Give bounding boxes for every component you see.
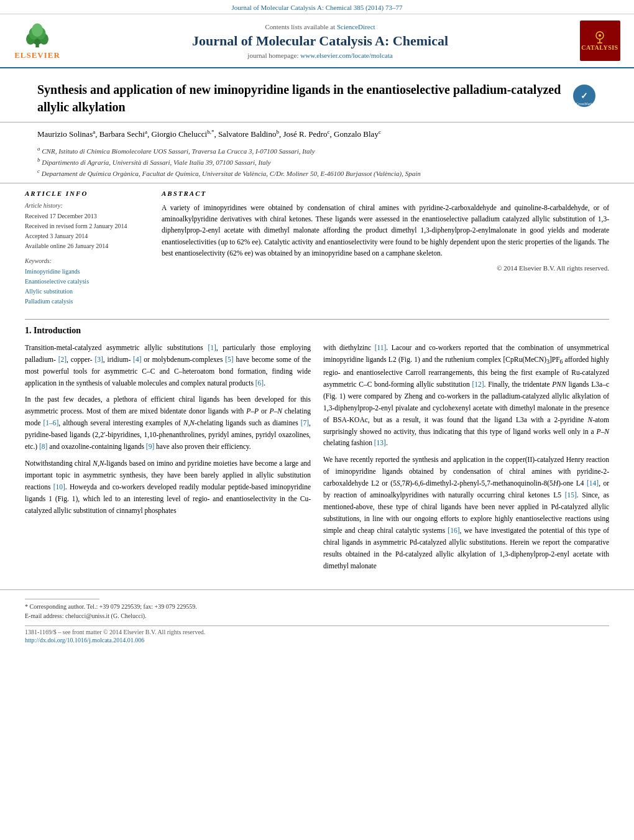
affiliation-c: c Departament de Química Orgànica, Facul… — [37, 167, 597, 178]
sciencedirect-link[interactable]: ScienceDirect — [337, 23, 375, 30]
article-title-row: Synthesis and application of new iminopy… — [37, 81, 597, 116]
elsevier-logo: ELSEVIER — [12, 21, 62, 60]
footnote-corresponding: * Corresponding author. Tel.: +39 079 22… — [25, 602, 609, 611]
elsevier-logo-container: ELSEVIER — [12, 21, 62, 60]
footer-issn: 1381-1169/$ – see front matter © 2014 El… — [25, 629, 609, 635]
body-right-col: with diethylzinc [11]. Lacour and co-wor… — [323, 342, 609, 578]
abstract-title: ABSTRACT — [162, 190, 609, 197]
journal-title: Journal of Molecular Catalysis A: Chemic… — [68, 33, 572, 49]
catalysis-icon — [591, 30, 609, 44]
homepage-url[interactable]: www.elsevier.com/locate/molcata — [300, 52, 392, 59]
header: ELSEVIER Contents lists available at Sci… — [0, 14, 634, 68]
catalysis-wordmark: CATALYSIS — [581, 44, 618, 51]
footnote-divider — [25, 599, 99, 599]
page-footer: * Corresponding author. Tel.: +39 079 22… — [0, 589, 634, 647]
article-history-subtitle: Article history: — [25, 202, 149, 209]
intro-title: 1. Introduction — [25, 326, 609, 336]
crossmark-badge[interactable]: ✓ CrossMark — [572, 83, 597, 108]
keywords-list: Iminopyridine ligands Enantioselective c… — [25, 267, 149, 307]
footer-doi[interactable]: http://dx.doi.org/10.1016/j.molcata.2014… — [25, 637, 609, 644]
footnote-email: E-mail address: chelucci@uniss.it (G. Ch… — [25, 611, 609, 621]
article-info-abstract-section: ARTICLE INFO Article history: Received 1… — [0, 183, 634, 313]
intro-para-1: Transition-metal-catalyzed asymmetric al… — [25, 342, 311, 389]
homepage-line: journal homepage: www.elsevier.com/locat… — [68, 52, 572, 59]
body-left-col: Transition-metal-catalyzed asymmetric al… — [25, 342, 311, 578]
keywords-title: Keywords: — [25, 257, 149, 264]
section-divider — [25, 319, 609, 320]
crossmark-icon: ✓ CrossMark — [572, 83, 597, 108]
abstract-text: A variety of iminopyridines were obtaine… — [162, 202, 609, 259]
contents-line: Contents lists available at ScienceDirec… — [68, 23, 572, 30]
svg-text:CrossMark: CrossMark — [576, 102, 593, 106]
article-dates: Received 17 December 2013 Received in re… — [25, 211, 149, 251]
svg-point-6 — [32, 24, 43, 37]
article-title: Synthesis and application of new iminopy… — [37, 81, 566, 116]
header-center: Contents lists available at ScienceDirec… — [68, 23, 572, 59]
authors-line: Maurizio Solinasa, Barbara Sechia, Giorg… — [37, 127, 597, 141]
catalysis-logo-container: CATALYSIS — [578, 21, 622, 61]
abstract-copyright: © 2014 Elsevier B.V. All rights reserved… — [162, 264, 609, 272]
journal-top-bar-text: Journal of Molecular Catalysis A: Chemic… — [232, 4, 403, 11]
affiliation-b: b Dipartimento di Agraria, Università di… — [37, 156, 597, 167]
intro-para-3: Notwithstanding chiral N,N-ligands based… — [25, 458, 311, 517]
authors-section: Maurizio Solinasa, Barbara Sechia, Giorg… — [0, 122, 634, 183]
elsevier-wordmark: ELSEVIER — [14, 50, 60, 60]
svg-point-8 — [599, 34, 601, 37]
article-title-section: Synthesis and application of new iminopy… — [0, 68, 634, 122]
intro-section: 1. Introduction — [0, 326, 634, 336]
right-para-2: We have recently reported the synthesis … — [323, 454, 609, 572]
svg-text:✓: ✓ — [581, 91, 588, 101]
body-two-col: Transition-metal-catalyzed asymmetric al… — [0, 342, 634, 578]
catalysis-logo: CATALYSIS — [580, 21, 620, 61]
right-para-1: with diethylzinc [11]. Lacour and co-wor… — [323, 342, 609, 450]
abstract-col: ABSTRACT A variety of iminopyridines wer… — [162, 190, 609, 307]
affiliations: a CNR, Istituto di Chimica Biomolecolare… — [37, 145, 597, 178]
elsevier-tree-icon — [19, 21, 56, 49]
intro-para-2: In the past few decades, a plethora of e… — [25, 394, 311, 453]
article-info-title: ARTICLE INFO — [25, 190, 149, 197]
article-info-col: ARTICLE INFO Article history: Received 1… — [25, 190, 149, 307]
journal-top-bar: Journal of Molecular Catalysis A: Chemic… — [0, 0, 634, 14]
affiliation-a: a CNR, Istituto di Chimica Biomolecolare… — [37, 145, 597, 156]
